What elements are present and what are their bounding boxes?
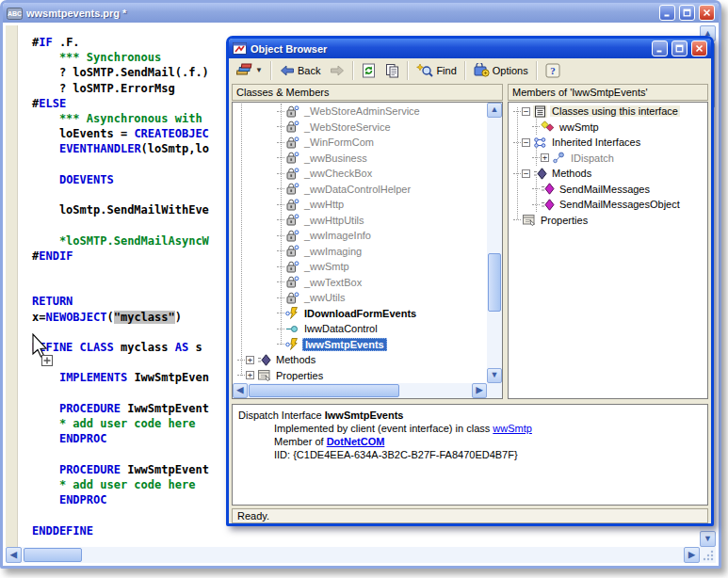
tree-item-properties[interactable]: Properties: [510, 213, 708, 229]
tree-item--wwbusiness[interactable]: _wwBusiness: [234, 151, 488, 167]
forward-button[interactable]: [325, 62, 349, 79]
coclass-icon: [285, 245, 299, 257]
tree-item-iwwsmtpevents[interactable]: IwwSmtpEvents: [234, 337, 488, 353]
tree-item--webstoreservice[interactable]: _WebStoreService: [234, 120, 488, 136]
ob-maximize-button[interactable]: [671, 40, 688, 56]
status-bar: Ready.: [232, 508, 708, 523]
object-browser-titlebar[interactable]: Object Browser: [229, 39, 711, 58]
scroll-down-button[interactable]: ▼: [700, 531, 716, 547]
tree-item-idispatch[interactable]: +IDispatch: [510, 151, 708, 167]
tree-item--wwutils[interactable]: _wwUtils: [234, 290, 488, 306]
hscroll-thumb[interactable]: [249, 384, 399, 397]
tree-item-label: _wwHttp: [302, 199, 346, 210]
scroll-up-button[interactable]: ▲: [487, 103, 502, 118]
interface-icon: [285, 323, 299, 335]
tree-connector: [277, 344, 284, 345]
tree-item--wwhttp[interactable]: _wwHttp: [234, 197, 488, 213]
editor-minimize-button[interactable]: [659, 5, 675, 21]
scroll-right-button[interactable]: ▶: [472, 383, 487, 398]
collapse-icon[interactable]: −: [522, 169, 530, 178]
tree-item--winformcom[interactable]: _WinFormCom: [234, 135, 488, 151]
code-line: [32, 217, 209, 233]
screen: ABC wwsmtpevents.prg * #IF .F. *** Synch…: [0, 0, 728, 578]
tree-item-label: _wwBusiness: [302, 153, 369, 164]
code-area[interactable]: #IF .F. *** Synchronous ? loSMTP.SendMai…: [32, 35, 209, 538]
toolbar-separator: [536, 61, 538, 80]
tree-item--wwsmtp[interactable]: _wwSmtp: [234, 259, 488, 275]
methods-icon: [257, 354, 271, 366]
collapse-icon[interactable]: −: [522, 107, 530, 116]
expand-icon[interactable]: +: [246, 356, 254, 364]
editor-hscrollbar[interactable]: ◀ ▶: [6, 547, 700, 563]
hscroll-thumb[interactable]: [24, 548, 82, 562]
members-tree[interactable]: −Classes using this interfacewwSmtp−Inhe…: [510, 104, 708, 399]
editor-close-button[interactable]: [699, 5, 715, 21]
code-line: ENDPROC: [32, 492, 209, 507]
tree-item-label: SendMailMessagesObject: [558, 199, 682, 210]
tree-item-methods[interactable]: −Methods: [510, 166, 708, 182]
tree-item-sendmailmessagesobject[interactable]: SendMailMessagesObject: [510, 197, 708, 213]
wwsmtp-link[interactable]: wwSmtp: [493, 423, 532, 434]
object-browser-title: Object Browser: [251, 43, 648, 55]
tree-item-label: wwSmtp: [558, 121, 601, 133]
expand-icon[interactable]: +: [246, 371, 254, 379]
classes-tree-hscrollbar[interactable]: ◀ ▶: [233, 383, 487, 398]
vscroll-thumb[interactable]: [488, 253, 501, 312]
copy-button[interactable]: [380, 60, 404, 81]
collapse-icon[interactable]: −: [522, 138, 530, 147]
ob-minimize-button[interactable]: [652, 40, 668, 56]
code-line: RETURN: [32, 294, 209, 309]
tree-item--wwdatacontrolhelper[interactable]: _wwDataControlHelper: [234, 182, 488, 198]
tree-item--webstoreadminservice[interactable]: _WebStoreAdminService: [234, 104, 488, 120]
find-button[interactable]: Find: [412, 60, 461, 81]
tree-item-iwwdatacontrol[interactable]: IwwDataControl: [234, 321, 488, 337]
help-button[interactable]: ?: [541, 60, 565, 81]
dotnetcom-link[interactable]: DotNetCOM: [327, 436, 385, 447]
coclass-icon: [285, 292, 299, 304]
coclass-icon: [285, 105, 299, 118]
method-icon: [541, 183, 555, 195]
info-line-1: Dispatch Interface IwwSmtpEvents: [238, 409, 702, 422]
editor-titlebar[interactable]: ABC wwsmtpevents.prg *: [3, 3, 719, 23]
scroll-left-button[interactable]: ◀: [233, 383, 248, 398]
options-button[interactable]: Options: [469, 60, 533, 80]
tree-item-properties[interactable]: +Properties: [234, 368, 488, 384]
coclass-icon: [285, 214, 299, 226]
back-button[interactable]: Back: [275, 62, 325, 79]
info-line-3: Member of DotNetCOM: [238, 435, 702, 448]
ob-close-button[interactable]: [691, 40, 707, 56]
scroll-left-button[interactable]: ◀: [6, 547, 22, 563]
tree-item--wwimageinfo[interactable]: _wwImageInfo: [234, 228, 488, 244]
abc-file-icon: ABC: [7, 7, 23, 20]
tree-item--wwtextbox[interactable]: _wwTextBox: [234, 275, 488, 291]
editor-maximize-button[interactable]: [679, 5, 695, 21]
tree-item-label: _wwTextBox: [302, 277, 364, 288]
svg-text:ABC: ABC: [8, 10, 22, 17]
classes-tree[interactable]: _WebStoreAdminService_WebStoreService_Wi…: [234, 104, 488, 384]
tree-connector: [277, 235, 284, 236]
tree-item--wwcheckbox[interactable]: _wwCheckBox: [234, 166, 488, 182]
tree-item-classes-using-this-interface[interactable]: −Classes using this interface: [510, 104, 708, 120]
code-line: ? loSMTP.SendMail(.f.): [32, 65, 209, 80]
tree-item-wwsmtp[interactable]: wwSmtp: [510, 120, 708, 136]
refresh-button[interactable]: [357, 60, 380, 81]
tree-item--wwimaging[interactable]: _wwImaging: [234, 244, 488, 260]
classes-list-icon: [533, 105, 547, 118]
options-label: Options: [493, 65, 528, 76]
selection-margin[interactable]: [6, 25, 18, 547]
expand-icon[interactable]: +: [541, 153, 549, 162]
tree-item-sendmailmessages[interactable]: SendMailMessages: [510, 182, 708, 198]
tree-item-label: Methods: [550, 168, 593, 179]
tree-item--wwhttputils[interactable]: _wwHttpUtils: [234, 213, 488, 229]
scroll-right-button[interactable]: ▶: [684, 547, 700, 563]
tree-item-methods[interactable]: +Methods: [234, 352, 488, 368]
code-line: loEvents = CREATEOBJEC: [32, 126, 209, 141]
classes-tree-vscrollbar[interactable]: ▲ ▼: [487, 103, 502, 383]
tree-item-inherited-interfaces[interactable]: −Inherited Interfaces: [510, 135, 708, 151]
tree-item-idownloadformevents[interactable]: IDownloadFormEvents: [234, 306, 488, 322]
component-selector-button[interactable]: ▼: [232, 60, 267, 81]
scroll-down-button[interactable]: ▼: [487, 368, 502, 383]
resize-grip[interactable]: [700, 547, 716, 563]
coclass-icon: [285, 276, 299, 288]
tree-connector: [277, 126, 284, 127]
